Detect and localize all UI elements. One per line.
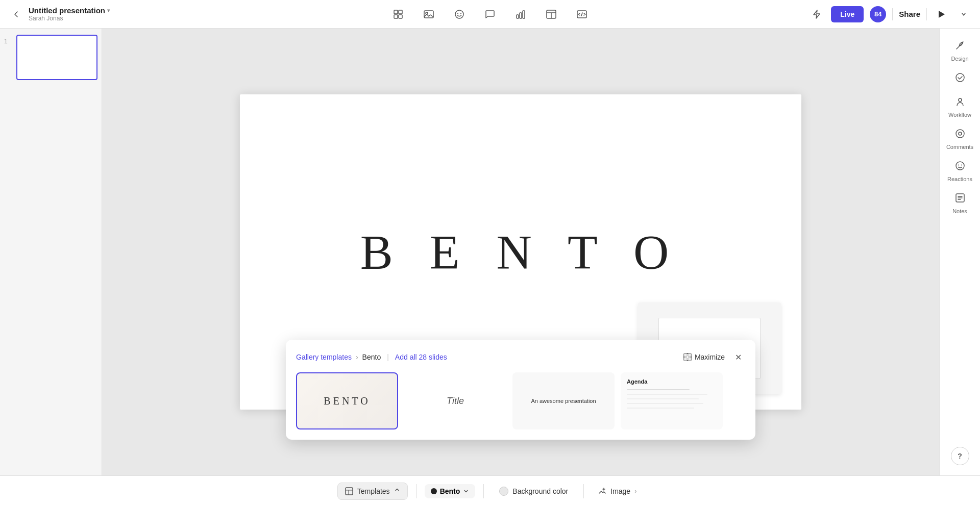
comments-label: Comments [946,144,973,150]
canvas-area[interactable]: B E N T O Gallery templates › Bento | Ad… [102,29,939,475]
emoji-toolbar-icon[interactable] [450,5,469,23]
slide-thumb-wrapper: 1 [4,35,97,80]
agenda-line3 [627,398,699,399]
right-panel-comments[interactable]: Comments [942,123,978,155]
gallery-awesome-text: An awesome presentation [531,398,596,404]
agenda-line1 [627,389,690,390]
right-panel-reactions[interactable]: Reactions [942,155,978,187]
svg-point-8 [460,13,461,14]
gallery-title-text: Title [447,396,464,407]
topbar: Untitled presentation ▾ Sarah Jonas [0,0,980,29]
help-button[interactable]: ? [951,447,969,465]
image-button[interactable]: Image › [592,483,643,499]
gallery-breadcrumb: Gallery templates › Bento | Add all 28 s… [296,353,447,361]
svg-rect-20 [688,353,691,357]
topbar-left: Untitled presentation ▾ Sarah Jonas [8,6,161,22]
gallery-agenda-text: Agenda [627,378,647,385]
topbar-divider2 [926,8,927,20]
svg-rect-22 [688,358,691,361]
gallery-templates-link[interactable]: Gallery templates [296,353,352,361]
svg-rect-1 [399,10,402,14]
svg-rect-21 [684,358,687,361]
main-area: 1 + New slide B E N T O Gallery template… [0,29,980,475]
play-button[interactable] [933,6,949,22]
svg-point-25 [959,98,962,102]
image-label: Image [610,487,630,495]
svg-point-26 [956,130,964,138]
design-icon [954,40,966,54]
right-panel: Design Workflow [939,29,980,475]
design-label: Design [951,56,968,62]
bolt-icon[interactable] [808,6,825,22]
gallery-slide-title[interactable]: Title [404,372,506,429]
topbar-right: Live 84 Share [808,6,972,22]
user-avatar[interactable]: 84 [870,6,886,22]
bottom-separator1 [416,484,416,498]
topbar-center [389,5,591,23]
bottom-bar: Templates Bento Background color Image › [0,475,980,506]
svg-line-16 [581,13,582,16]
right-panel-workflow[interactable]: Workflow [942,91,978,123]
slide-thumbnail[interactable] [16,35,97,80]
comment-toolbar-icon[interactable] [481,5,499,23]
bento-badge-label: Bento [440,487,460,495]
comments-icon [954,128,966,142]
gallery-slide-short[interactable]: A short, me... [729,372,745,429]
notes-icon [954,192,966,206]
maximize-label: Maximize [695,353,725,361]
right-panel-check[interactable] [942,67,978,91]
template-gallery: Gallery templates › Bento | Add all 28 s… [286,340,755,440]
gallery-actions: Maximize ✕ [683,350,745,364]
svg-rect-11 [523,11,525,18]
svg-point-27 [959,132,962,135]
gallery-slide-awesome[interactable]: An awesome presentation [512,372,615,429]
svg-rect-10 [520,13,522,18]
close-gallery-button[interactable]: ✕ [731,350,745,364]
back-button[interactable] [8,6,24,22]
image-toolbar-icon[interactable] [420,5,438,23]
more-play-button[interactable] [955,6,972,22]
slide-panel: 1 + New slide [0,29,102,475]
right-panel-notes[interactable]: Notes [942,187,978,219]
live-button[interactable]: Live [831,6,864,22]
background-color-button[interactable]: Background color [492,483,575,500]
presentation-title[interactable]: Untitled presentation ▾ [29,6,110,15]
svg-point-6 [455,10,463,18]
reactions-label: Reactions [947,176,972,182]
svg-rect-35 [346,488,353,495]
image-chevron: › [634,488,636,495]
bottom-separator3 [583,484,584,498]
right-panel-design[interactable]: Design [942,35,978,67]
topbar-divider [892,8,893,20]
agenda-line4 [627,403,703,404]
color-circle [499,487,508,496]
svg-point-23 [961,43,963,44]
templates-label: Templates [357,487,390,495]
bottom-separator2 [483,484,484,498]
gallery-slide-bento[interactable]: BENTO [296,372,398,429]
table-toolbar-icon[interactable] [542,5,560,23]
agenda-line5 [627,408,694,409]
svg-rect-3 [399,15,402,18]
maximize-button[interactable]: Maximize [683,353,725,361]
agenda-line2 [627,394,707,395]
svg-rect-4 [424,11,433,18]
code-toolbar-icon[interactable] [573,5,591,23]
svg-rect-2 [394,15,398,18]
bento-badge[interactable]: Bento [425,484,476,498]
chart-toolbar-icon[interactable] [511,5,530,23]
slide-number: 1 [4,38,12,45]
background-color-label: Background color [512,487,568,495]
gallery-bento-text: BENTO [324,395,370,407]
title-block: Untitled presentation ▾ Sarah Jonas [29,6,110,22]
add-all-slides-button[interactable]: Add all 28 slides [395,353,447,361]
gallery-slide-agenda[interactable]: Agenda [621,372,723,429]
workflow-icon [954,96,966,110]
svg-point-30 [961,165,962,166]
insert-icon[interactable] [389,5,407,23]
svg-point-7 [457,13,458,14]
breadcrumb-current: Bento [362,353,381,361]
svg-point-24 [956,73,964,82]
templates-button[interactable]: Templates [337,483,408,500]
share-button[interactable]: Share [899,10,920,18]
